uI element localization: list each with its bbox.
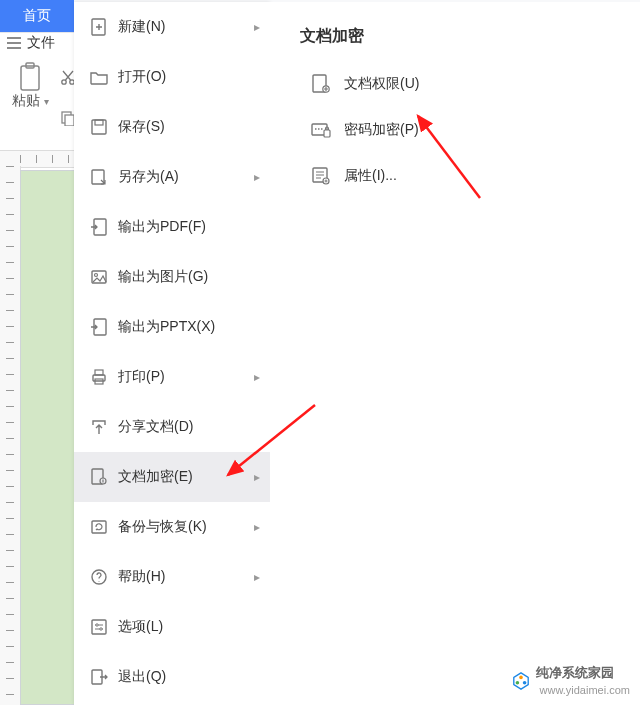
svg-rect-28 (324, 130, 330, 137)
menu-item-share[interactable]: 分享文档(D) (74, 402, 270, 452)
clipboard-icon (17, 62, 43, 92)
paste-label: 粘贴 (12, 92, 40, 110)
submenu-item-password[interactable]: 密码加密(P) (270, 107, 640, 153)
menu-item-help[interactable]: 帮助(H) ▸ (74, 552, 270, 602)
svg-rect-15 (95, 370, 103, 375)
document-canvas[interactable] (20, 170, 76, 705)
export-image-icon (86, 267, 112, 287)
options-icon (86, 617, 112, 637)
menu-label: 文档加密(E) (118, 468, 193, 486)
export-pptx-icon (86, 317, 112, 337)
submenu-encrypt: 文档加密 文档权限(U) 密码加密(P) 属性(I)... (270, 2, 640, 705)
watermark-logo-icon (512, 672, 530, 690)
svg-point-33 (515, 681, 519, 685)
file-menu: 新建(N) ▸ 打开(O) 保存(S) 另存为(A) ▸ 输出为 (74, 2, 270, 705)
file-menu-label: 文件 (27, 34, 55, 52)
watermark: 纯净系统家园 www.yidaimei.com (512, 664, 630, 697)
menu-item-options[interactable]: 选项(L) (74, 602, 270, 652)
menu-item-backup[interactable]: 备份与恢复(K) ▸ (74, 502, 270, 552)
menu-item-exportpptx[interactable]: 输出为PPTX(X) (74, 302, 270, 352)
chevron-right-icon: ▸ (254, 470, 260, 484)
svg-point-30 (323, 178, 329, 184)
menu-item-encrypt[interactable]: 文档加密(E) ▸ (74, 452, 270, 502)
properties-icon (306, 165, 336, 187)
tab-home[interactable]: 首页 (0, 0, 74, 32)
menu-item-save[interactable]: 保存(S) (74, 102, 270, 152)
new-doc-icon (86, 17, 112, 37)
exit-icon (86, 667, 112, 687)
menu-label: 打开(O) (118, 68, 166, 86)
chevron-right-icon: ▸ (254, 20, 260, 34)
file-menu-button[interactable]: 文件 (0, 32, 74, 54)
svg-rect-7 (92, 120, 106, 134)
menu-label: 分享文档(D) (118, 418, 193, 436)
menu-label: 选项(L) (118, 618, 163, 636)
svg-rect-8 (95, 120, 103, 125)
docperm-icon (306, 73, 336, 95)
watermark-url: www.yidaimei.com (540, 684, 630, 696)
menu-label: 新建(N) (118, 18, 165, 36)
svg-rect-0 (21, 66, 39, 90)
menu-item-saveas[interactable]: 另存为(A) ▸ (74, 152, 270, 202)
svg-point-22 (96, 624, 98, 626)
menu-label: 打印(P) (118, 368, 165, 386)
app-window: 首页 文件 粘贴 ▾ (0, 0, 640, 705)
export-pdf-icon (86, 217, 112, 237)
menu-label: 备份与恢复(K) (118, 518, 207, 536)
saveas-icon (86, 167, 112, 187)
svg-point-2 (62, 80, 66, 84)
menu-label: 输出为PDF(F) (118, 218, 206, 236)
menu-label: 帮助(H) (118, 568, 165, 586)
menu-item-open[interactable]: 打开(O) (74, 52, 270, 102)
save-icon (86, 117, 112, 137)
ruler-vertical (0, 166, 21, 705)
chevron-down-icon: ▾ (44, 96, 49, 107)
menu-item-exit[interactable]: 退出(Q) (74, 652, 270, 702)
menu-label: 输出为图片(G) (118, 268, 208, 286)
menu-label: 另存为(A) (118, 168, 179, 186)
menu-item-exportimg[interactable]: 输出为图片(G) (74, 252, 270, 302)
watermark-text: 纯净系统家园 (536, 665, 614, 680)
svg-point-32 (519, 675, 523, 679)
svg-rect-19 (92, 521, 106, 533)
chevron-right-icon: ▸ (254, 570, 260, 584)
chevron-right-icon: ▸ (254, 370, 260, 384)
encrypt-icon (86, 467, 112, 487)
menu-label: 输出为PPTX(X) (118, 318, 215, 336)
submenu-item-docperm[interactable]: 文档权限(U) (270, 61, 640, 107)
submenu-item-properties[interactable]: 属性(I)... (270, 153, 640, 199)
chevron-right-icon: ▸ (254, 170, 260, 184)
share-icon (86, 417, 112, 437)
paste-button[interactable]: 粘贴 ▾ (0, 62, 60, 110)
submenu-label: 密码加密(P) (344, 121, 419, 139)
svg-point-34 (522, 681, 526, 685)
svg-rect-21 (92, 620, 106, 634)
print-icon (86, 367, 112, 387)
menu-item-exportpdf[interactable]: 输出为PDF(F) (74, 202, 270, 252)
submenu-header: 文档加密 (270, 2, 640, 61)
folder-icon (86, 67, 112, 87)
menu-label: 退出(Q) (118, 668, 166, 686)
help-icon (86, 567, 112, 587)
menu-item-new[interactable]: 新建(N) ▸ (74, 2, 270, 52)
chevron-right-icon: ▸ (254, 520, 260, 534)
menu-item-print[interactable]: 打印(P) ▸ (74, 352, 270, 402)
tab-home-label: 首页 (23, 7, 51, 25)
svg-rect-5 (65, 115, 74, 126)
password-icon (306, 119, 336, 141)
backup-icon (86, 517, 112, 537)
svg-point-12 (95, 274, 98, 277)
menu-icon (7, 37, 21, 49)
svg-point-23 (100, 628, 102, 630)
submenu-label: 属性(I)... (344, 167, 397, 185)
submenu-label: 文档权限(U) (344, 75, 419, 93)
menu-label: 保存(S) (118, 118, 165, 136)
